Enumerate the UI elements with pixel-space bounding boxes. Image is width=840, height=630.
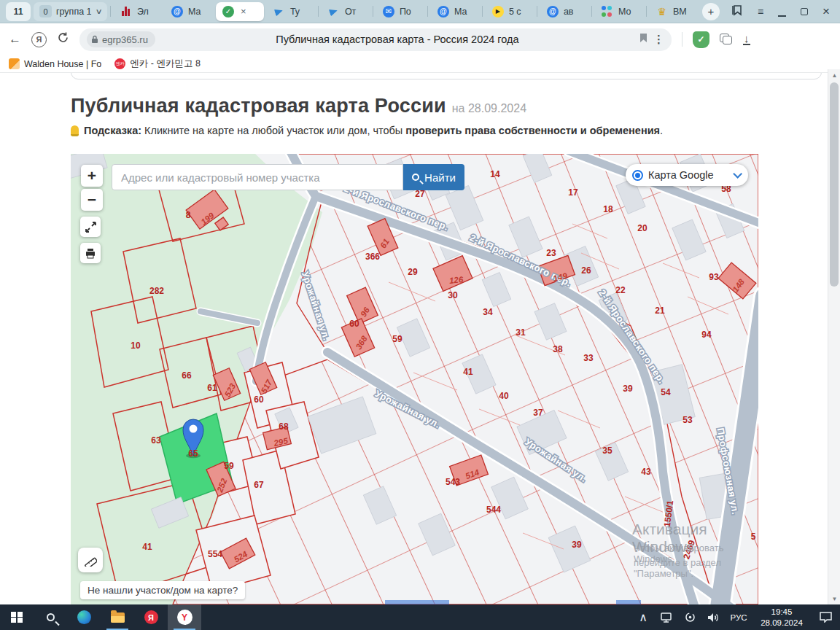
bookmark-walden[interactable]: Walden House | Fo (9, 58, 101, 69)
restore-button[interactable] (801, 5, 808, 18)
tab-video[interactable]: ▶ 5 с (486, 2, 534, 21)
taskbar-edge-button[interactable] (67, 604, 101, 630)
yandex-home-icon[interactable]: Я (31, 32, 47, 47)
reload-button[interactable] (57, 31, 69, 47)
page-scrollbar[interactable]: ▲ ▼ (828, 69, 840, 604)
tab-ot[interactable]: От (322, 2, 370, 21)
tab-av[interactable]: @ ав (540, 2, 588, 21)
scrollbar-thumb[interactable] (830, 82, 839, 287)
side-panel-icon[interactable] (731, 4, 743, 18)
taskbar-yandex-button[interactable]: Я (134, 604, 168, 630)
yandex-icon: Я (144, 610, 158, 624)
tab-divider (591, 6, 592, 17)
start-button[interactable] (0, 604, 34, 630)
tab-el[interactable]: Эл (114, 2, 162, 21)
layer-selector[interactable]: Карта Google (626, 164, 748, 186)
language-indicator[interactable]: РУС (725, 613, 752, 622)
action-center-button[interactable] (811, 612, 840, 623)
bookmark-favicon: 엔카 (114, 58, 125, 69)
zoom-in-button[interactable]: + (81, 165, 103, 187)
downloads-icon[interactable]: ↓ (743, 34, 750, 45)
find-button[interactable]: Найти (403, 164, 464, 190)
minimize-button[interactable] (778, 5, 786, 18)
tab-label: Ту (290, 7, 300, 17)
radio-icon (632, 170, 643, 181)
play-icon: ▶ (492, 6, 504, 18)
tab-active-cadastral[interactable]: ✓ × (216, 2, 264, 21)
bird-icon (273, 6, 285, 18)
url-badge[interactable]: egrp365.ru (87, 31, 155, 47)
recording-indicator-icon[interactable] (678, 612, 701, 623)
ruler-button[interactable] (78, 548, 103, 572)
volume-icon[interactable] (701, 612, 725, 623)
tab-divider (373, 6, 373, 17)
back-button[interactable]: ← (9, 32, 21, 47)
hint-text: Подсказка: Кликните на карте на любой уч… (84, 125, 663, 136)
bookmark-label: 엔카 - 엔카믿고 8 (130, 58, 201, 70)
bulb-icon (71, 125, 79, 136)
print-button[interactable] (80, 243, 101, 263)
toolbar-divider (682, 32, 682, 47)
collections-icon[interactable] (720, 34, 733, 45)
layer-selector-label: Карта Google (648, 169, 714, 181)
edge-icon (77, 610, 91, 624)
tab-tu[interactable]: Ту (267, 2, 315, 21)
tab-label: От (345, 7, 356, 17)
tab-label: Ма (454, 7, 467, 17)
at-icon: @ (171, 6, 183, 18)
tab-group-badge: 0 (39, 5, 52, 18)
zoom-out-button[interactable]: − (81, 189, 103, 211)
tab-label: По (400, 7, 411, 17)
tab-counter[interactable]: 11 (6, 2, 31, 21)
tab-po[interactable]: ✉ По (376, 2, 424, 21)
tab-label: ВМ (673, 7, 687, 17)
crown-icon: ♛ (656, 6, 668, 18)
bookmark-encar[interactable]: 엔카 엔카 - 엔카믿고 8 (114, 58, 201, 70)
tab-group[interactable]: 0 группа 1 ∨ (34, 2, 107, 21)
browser-toolbar: ← Я egrp365.ru Публичная кадастровая кар… (0, 23, 840, 55)
close-tab-icon[interactable]: × (241, 6, 246, 17)
tab-vm[interactable]: ♛ ВМ (650, 2, 698, 21)
taskbar-clock[interactable]: 19:45 28.09.2024 (752, 607, 811, 629)
tab-mail-1[interactable]: @ Ма (165, 2, 213, 21)
tab-label: 5 с (509, 7, 521, 17)
tab-divider (318, 6, 319, 17)
taskbar-yandex-browser-button[interactable]: Y (168, 604, 201, 630)
new-tab-button[interactable]: + (702, 3, 720, 20)
clock-date: 28.09.2024 (752, 618, 811, 629)
tray-chevron-icon[interactable]: ∧ (631, 610, 655, 624)
windows-logo-icon (11, 612, 23, 623)
taskbar-explorer-button[interactable] (101, 604, 134, 630)
tab-label: Ма (188, 7, 201, 17)
bookmark-flag-icon[interactable] (639, 33, 648, 46)
scroll-down-arrow[interactable]: ▼ (828, 593, 840, 604)
scroll-up-arrow[interactable]: ▲ (828, 69, 840, 81)
folder-icon (111, 612, 125, 623)
tab-mo[interactable]: Мо (595, 2, 643, 21)
mail-icon: ✉ (383, 6, 394, 18)
search-input[interactable] (112, 164, 403, 190)
search-icon (47, 613, 55, 621)
not-found-tooltip[interactable]: Не нашли участок/дом на карте? (80, 581, 245, 599)
network-icon[interactable] (655, 612, 678, 623)
taskbar-search-button[interactable] (34, 604, 67, 630)
bookmark-favicon (9, 58, 20, 69)
fullscreen-button[interactable] (80, 217, 101, 237)
hint-row: Подсказка: Кликните на карте на любой уч… (71, 125, 663, 136)
menu-icon[interactable]: ≡ (758, 6, 763, 18)
tab-divider (482, 6, 483, 17)
close-window-button[interactable]: × (822, 4, 830, 19)
tab-label: Эл (137, 7, 149, 17)
address-more-icon[interactable]: ⋮ (653, 33, 664, 46)
address-bar[interactable]: egrp365.ru Публичная кадастровая карта -… (79, 28, 672, 51)
tab-divider (537, 6, 537, 17)
lock-icon (91, 35, 98, 44)
tab-mail-2[interactable]: @ Ма (431, 2, 479, 21)
adguard-shield-icon[interactable]: ✓ (693, 31, 709, 48)
tab-label: Мо (618, 7, 631, 17)
windows-taskbar: Я Y ∧ РУС 19:45 28.09.2024 (0, 604, 840, 630)
search-icon (412, 174, 419, 181)
cutoff-panel (71, 73, 822, 79)
page-date: на 28.09.2024 (452, 102, 526, 114)
check-icon: ✓ (222, 6, 234, 18)
